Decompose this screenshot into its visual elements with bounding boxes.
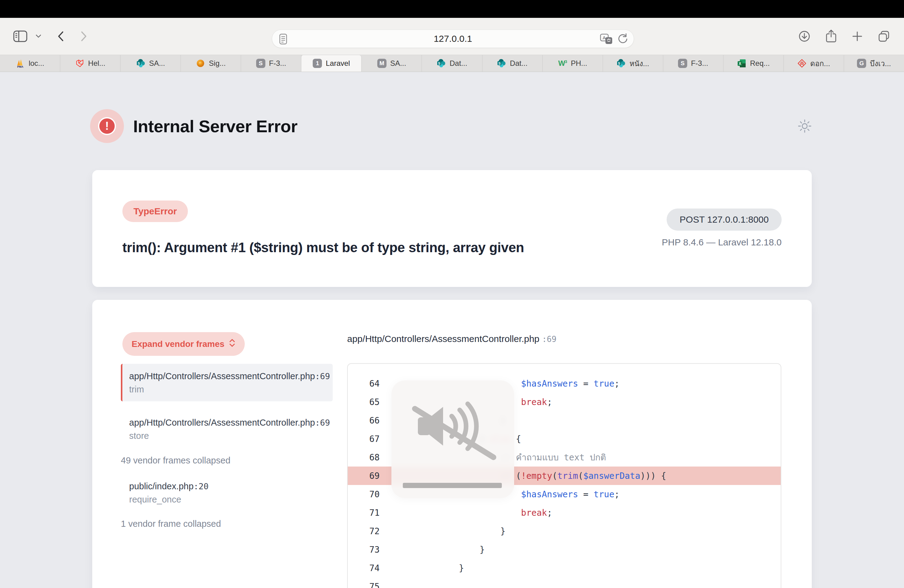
line-number: 73 xyxy=(369,545,381,555)
line-number: 66 xyxy=(369,416,381,426)
code-line-71: 71 break; xyxy=(348,503,781,522)
phpmyadmin-icon: PMA xyxy=(16,59,25,68)
browser-tab-6[interactable]: 1Laravel xyxy=(301,55,362,72)
tab-label: Hel... xyxy=(88,59,106,68)
browser-tab-13[interactable]: XReq... xyxy=(724,55,784,72)
browser-tab-4[interactable]: Sig... xyxy=(181,55,241,72)
svg-text:S: S xyxy=(438,62,440,65)
browser-tab-1[interactable]: PMAloc... xyxy=(0,55,60,72)
tab-label: Laravel xyxy=(326,59,350,68)
svg-text:S: S xyxy=(498,62,501,65)
tab-label: หนัง... xyxy=(629,57,649,70)
tab-overview-button[interactable] xyxy=(877,30,890,43)
back-button[interactable] xyxy=(57,31,64,41)
stack-frame[interactable]: app/Http/Controllers/AssessmentControlle… xyxy=(121,364,333,401)
new-tab-button[interactable] xyxy=(852,31,863,42)
sharepoint-icon: S xyxy=(497,59,506,68)
translate-icon[interactable]: A xyxy=(600,33,613,46)
tab-label: Req... xyxy=(750,59,770,68)
sidebar-toggle-button[interactable] xyxy=(13,30,28,43)
exception-type-badge: TypeError xyxy=(122,201,188,222)
downloads-button[interactable] xyxy=(798,30,811,43)
expand-collapse-chevrons-icon xyxy=(229,338,235,350)
letter-badge: S xyxy=(256,59,266,68)
error-page: ! Internal Server Error TypeError trim()… xyxy=(0,72,904,588)
browser-tab-15[interactable]: Gบึงเว... xyxy=(844,55,904,72)
frame-path: app/Http/Controllers/AssessmentControlle… xyxy=(129,417,333,428)
svg-text:S: S xyxy=(137,62,140,65)
sidebar-menu-chevron-icon[interactable] xyxy=(36,35,41,38)
tab-bar: PMAloc...Hel...SSA...Sig...SF-3...1Larav… xyxy=(0,55,904,72)
tab-label: SA... xyxy=(390,59,406,68)
code-line-72: 72 } xyxy=(348,522,781,541)
line-number: 67 xyxy=(369,434,381,444)
tab-label: PH... xyxy=(571,59,587,68)
browser-tab-7[interactable]: MSA... xyxy=(362,55,422,72)
line-number: 65 xyxy=(369,397,381,407)
line-number: 75 xyxy=(369,582,381,588)
tab-label: Sig... xyxy=(209,59,226,68)
sharepoint-icon: S xyxy=(437,59,446,68)
page-title: Internal Server Error xyxy=(133,116,297,136)
tab-label: ดอก... xyxy=(810,57,830,70)
letter-badge: S xyxy=(678,59,687,68)
code-text: } xyxy=(397,563,464,573)
w3schools-icon: W3 xyxy=(558,59,567,68)
volume-level-bar xyxy=(403,483,502,488)
code-line-75: 75 xyxy=(348,577,781,588)
sharepoint-icon: S xyxy=(136,59,145,68)
code-text: } xyxy=(397,526,506,536)
letter-badge: G xyxy=(857,59,866,68)
code-text: } xyxy=(397,545,485,555)
line-number: 72 xyxy=(369,526,381,536)
line-number: 71 xyxy=(369,508,381,518)
svg-text:PMA: PMA xyxy=(17,65,24,68)
theme-toggle-sun-icon[interactable] xyxy=(798,119,812,134)
browser-tab-2[interactable]: Hel... xyxy=(60,55,120,72)
tab-label: F-3... xyxy=(269,59,286,68)
browser-tab-9[interactable]: SDat... xyxy=(482,55,543,72)
sharepoint-icon: S xyxy=(616,59,626,68)
request-badge: POST 127.0.0.1:8000 xyxy=(667,209,782,231)
tab-label: Dat... xyxy=(510,59,527,68)
forward-button[interactable] xyxy=(81,31,87,41)
svg-text:A: A xyxy=(603,35,606,40)
code-text: break; xyxy=(397,508,552,518)
code-file-path: app/Http/Controllers/AssessmentControlle… xyxy=(347,334,539,344)
browser-tab-8[interactable]: SDat... xyxy=(422,55,482,72)
line-number: 74 xyxy=(369,563,381,573)
macos-menubar xyxy=(0,0,904,18)
error-summary-card: TypeError trim(): Argument #1 ($string) … xyxy=(92,170,812,287)
line-number: 68 xyxy=(369,452,381,463)
code-line-73: 73 } xyxy=(348,541,781,559)
frame-path: public/index.php:20 xyxy=(129,481,333,492)
stack-frame[interactable]: public/index.php:20require_once xyxy=(121,481,333,505)
svg-text:S: S xyxy=(618,62,620,65)
browser-tab-3[interactable]: SSA... xyxy=(120,55,181,72)
line-number: 69 xyxy=(369,471,381,481)
excel-icon: X xyxy=(737,59,746,68)
letter-badge: M xyxy=(377,59,387,68)
tab-label: SA... xyxy=(149,59,165,68)
tab-label: F-3... xyxy=(691,59,708,68)
muted-speaker-icon xyxy=(392,381,514,498)
error-alert-icon: ! xyxy=(90,109,124,143)
browser-tab-10[interactable]: W3PH... xyxy=(543,55,603,72)
collapsed-frames-label: 49 vendor frames collapsed xyxy=(121,455,333,466)
share-button[interactable] xyxy=(825,30,837,43)
url-text[interactable]: 127.0.0.1 xyxy=(272,33,634,44)
laravel-icon xyxy=(75,59,85,68)
browser-tab-11[interactable]: Sหนัง... xyxy=(603,55,663,72)
reload-icon[interactable] xyxy=(617,33,628,46)
line-number: 64 xyxy=(369,379,381,389)
expand-vendor-frames-label: Expand vendor frames xyxy=(131,339,224,349)
orange-sphere-icon xyxy=(196,59,205,68)
url-field[interactable]: 127.0.0.1 A xyxy=(272,30,634,48)
browser-tab-12[interactable]: SF-3... xyxy=(663,55,724,72)
tab-label: loc... xyxy=(28,59,44,68)
expand-vendor-frames-button[interactable]: Expand vendor frames xyxy=(122,332,245,356)
stack-frame[interactable]: app/Http/Controllers/AssessmentControlle… xyxy=(121,417,333,441)
browser-tab-5[interactable]: SF-3... xyxy=(241,55,301,72)
browser-tab-14[interactable]: ดอก... xyxy=(784,55,844,72)
frame-path: app/Http/Controllers/AssessmentControlle… xyxy=(129,371,325,382)
